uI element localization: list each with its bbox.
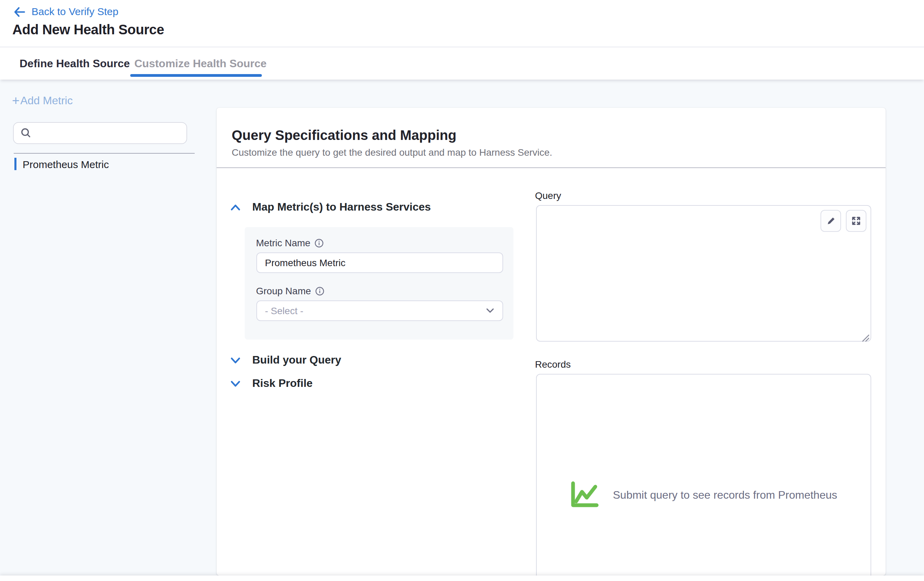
plus-icon: + <box>12 95 20 107</box>
page: Back to Verify Step Add New Health Sourc… <box>0 0 924 581</box>
card-subheading: Customize the query to get the desired o… <box>232 147 552 158</box>
metric-search-input[interactable] <box>13 122 187 144</box>
group-name-label: Group Name <box>256 285 324 296</box>
query-label: Query <box>535 190 561 201</box>
chevron-up-icon <box>230 204 241 211</box>
card-divider <box>216 167 885 168</box>
tab-define-health-source[interactable]: Define Health Source <box>20 57 130 70</box>
section-build-your-query-label: Build your Query <box>252 354 342 366</box>
add-metric-button[interactable]: + Add Metric <box>12 95 73 107</box>
metrics-sidebar: + Add Metric Prometheus Metric <box>0 79 216 581</box>
sidebar-divider <box>13 152 194 154</box>
group-name-placeholder: - Select - <box>265 305 303 316</box>
records-empty-state: Submit query to see records from Prometh… <box>536 481 871 509</box>
chevron-down-icon <box>230 380 241 387</box>
records-label: Records <box>535 359 571 370</box>
back-to-verify-step-link[interactable]: Back to Verify Step <box>14 5 118 18</box>
section-risk-profile-label: Risk Profile <box>252 377 313 390</box>
chevron-down-icon <box>486 308 494 313</box>
records-panel: Submit query to see records from Prometh… <box>536 374 871 576</box>
section-map-metrics[interactable]: Map Metric(s) to Harness Services <box>230 201 431 214</box>
metric-name-label: Metric Name <box>256 237 323 248</box>
metric-list-item[interactable]: Prometheus Metric <box>14 158 109 170</box>
info-icon[interactable] <box>315 238 323 247</box>
query-textarea[interactable] <box>536 205 871 342</box>
tab-bar: Define Health Source Customize Health So… <box>0 47 924 79</box>
query-specifications-card: Query Specifications and Mapping Customi… <box>216 108 885 576</box>
records-empty-message: Submit query to see records from Prometh… <box>613 489 837 501</box>
section-map-metrics-label: Map Metric(s) to Harness Services <box>252 201 431 214</box>
line-chart-icon <box>569 481 604 509</box>
tab-customize-health-source[interactable]: Customize Health Source <box>134 57 267 70</box>
info-icon[interactable] <box>315 286 324 295</box>
textarea-resize-grip-icon[interactable] <box>861 332 869 339</box>
metric-item-label: Prometheus Metric <box>23 158 109 170</box>
query-toolbar <box>820 210 866 232</box>
group-name-label-text: Group Name <box>256 285 311 296</box>
back-arrow-icon <box>14 7 25 17</box>
edit-query-button[interactable] <box>820 210 841 232</box>
active-tab-underline <box>130 74 262 77</box>
section-risk-profile[interactable]: Risk Profile <box>230 377 313 390</box>
metric-search <box>13 122 187 144</box>
footer-strip <box>0 575 924 581</box>
expand-query-button[interactable] <box>846 210 866 232</box>
section-build-your-query[interactable]: Build your Query <box>230 354 342 366</box>
metric-name-label-text: Metric Name <box>256 237 310 248</box>
page-title: Add New Health Source <box>12 22 164 38</box>
metric-name-input[interactable] <box>256 252 503 273</box>
page-header: Back to Verify Step Add New Health Sourc… <box>0 0 924 79</box>
chevron-down-icon <box>230 356 241 364</box>
map-metric-form-panel: Metric Name Group Name - Select - <box>245 227 513 339</box>
back-link-label: Back to Verify Step <box>31 5 118 18</box>
header-title-row: Back to Verify Step Add New Health Sourc… <box>0 0 924 47</box>
add-metric-label: Add Metric <box>20 95 73 107</box>
selected-metric-indicator <box>14 158 16 170</box>
search-icon <box>21 127 31 139</box>
card-heading: Query Specifications and Mapping <box>232 127 457 143</box>
group-name-select[interactable]: - Select - <box>256 300 503 321</box>
fullscreen-expand-icon <box>851 216 861 226</box>
pencil-icon <box>826 216 836 226</box>
